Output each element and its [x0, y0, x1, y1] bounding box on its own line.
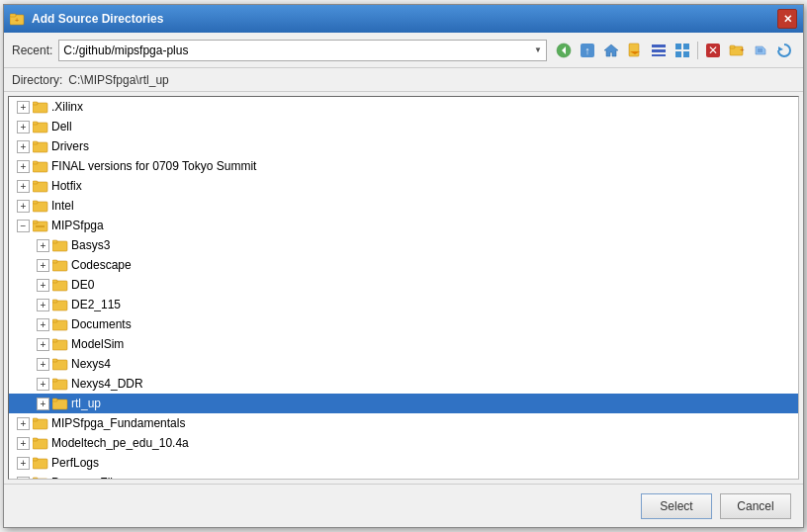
item-label-rtl_up: rtl_up	[71, 397, 101, 410]
expander-dell[interactable]: +	[17, 121, 30, 133]
svg-rect-49	[52, 319, 57, 322]
item-label-modeltech: Modeltech_pe_edu_10.4a	[51, 436, 189, 450]
home-button[interactable]	[600, 40, 622, 61]
item-label-mipsfpga: MIPSfpga	[51, 219, 104, 232]
recent-value: C:/github/mipsfpga-plus	[63, 44, 188, 57]
expander-drivers[interactable]: +	[17, 140, 30, 153]
item-label-modelsim: ModelSim	[71, 337, 124, 351]
item-label-de0: DE0	[71, 278, 94, 292]
tree-item-basys3[interactable]: + Basys3	[9, 235, 798, 255]
go-previous-button[interactable]	[553, 40, 575, 61]
expander-nexys4[interactable]: +	[37, 358, 49, 371]
tree-item-dell[interactable]: + Dell	[9, 117, 798, 136]
svg-text:✕: ✕	[708, 44, 718, 57]
recent-combo[interactable]: C:/github/mipsfpga-plus ▼	[58, 40, 547, 61]
svg-rect-32	[33, 161, 38, 164]
tree-item-documents[interactable]: + Documents	[9, 314, 798, 334]
svg-rect-30	[33, 141, 38, 144]
folder-icon-nexys4	[52, 357, 68, 371]
svg-rect-20	[730, 45, 735, 48]
expander-perflogs[interactable]: +	[17, 457, 30, 470]
item-label-mipsfpga_fundamentals: MIPSfpga_Fundamentals	[51, 416, 185, 430]
svg-rect-59	[33, 418, 38, 421]
expander-rtl_up[interactable]: +	[37, 398, 49, 410]
expander-modelsim[interactable]: +	[37, 338, 49, 351]
svg-rect-14	[683, 44, 689, 49]
svg-rect-64	[33, 479, 47, 480]
folder-icon-nexys4_ddr	[52, 377, 68, 391]
tree-item-rtl_up[interactable]: + rtl_up	[9, 394, 798, 413]
tree-item-nexys4_ddr[interactable]: + Nexys4_DDR	[9, 374, 798, 394]
folder-icon-de0	[52, 278, 68, 292]
expander-de2_115[interactable]: +	[37, 299, 49, 311]
rename-button[interactable]	[750, 40, 771, 61]
tree-item-nexys4[interactable]: + Nexys4	[9, 354, 798, 374]
svg-rect-47	[52, 300, 57, 303]
folder-icon-modelsim	[52, 337, 68, 351]
cancel-button[interactable]: Cancel	[720, 493, 791, 519]
go-up-button[interactable]: ↑	[577, 40, 598, 61]
view-icons-button[interactable]	[672, 40, 693, 61]
bookmark-button[interactable]	[624, 40, 646, 61]
tree-item-hotfix[interactable]: + Hotfix	[9, 176, 798, 196]
expander-final[interactable]: +	[17, 160, 30, 173]
expander-nexys4_ddr[interactable]: +	[37, 378, 49, 391]
dialog-icon: +	[10, 11, 26, 27]
svg-rect-12	[652, 54, 666, 56]
expander-de0[interactable]: +	[37, 279, 49, 292]
tree-item-xilinx[interactable]: + .Xilinx	[9, 97, 798, 117]
expander-hotfix[interactable]: +	[17, 180, 30, 193]
svg-rect-36	[33, 201, 38, 204]
new-folder-button[interactable]: +	[726, 40, 748, 61]
tree-item-final[interactable]: + FINAL versions for 0709 Tokyo Summit	[9, 156, 798, 176]
svg-rect-34	[33, 181, 38, 184]
refresh-button[interactable]	[773, 40, 795, 61]
folder-icon-xilinx	[33, 100, 48, 114]
select-button[interactable]: Select	[641, 493, 712, 519]
folder-icon-hotfix	[33, 179, 48, 193]
folder-icon-drivers	[33, 139, 48, 153]
item-label-nexys4: Nexys4	[71, 357, 111, 371]
svg-rect-13	[675, 44, 681, 49]
delete-button[interactable]: ✕	[702, 40, 724, 61]
tree-item-drivers[interactable]: + Drivers	[9, 136, 798, 156]
tree-item-modeltech[interactable]: + Modeltech_pe_edu_10.4a	[9, 433, 798, 453]
tree-panel[interactable]: + .Xilinx+ Dell+ Drivers+ FINAL versions…	[8, 96, 799, 480]
svg-text:+: +	[740, 45, 745, 54]
tree-item-mipsfpga_fundamentals[interactable]: + MIPSfpga_Fundamentals	[9, 413, 798, 433]
expander-documents[interactable]: +	[37, 318, 49, 331]
item-label-drivers: Drivers	[51, 139, 89, 153]
expander-mipsfpga[interactable]: −	[17, 220, 30, 232]
expander-xilinx[interactable]: +	[17, 101, 30, 114]
item-label-intel: Intel	[51, 199, 74, 213]
svg-rect-15	[675, 51, 681, 57]
svg-rect-8	[629, 44, 639, 56]
tree-item-modelsim[interactable]: + ModelSim	[9, 334, 798, 354]
tree-item-perflogs[interactable]: + PerfLogs	[9, 453, 798, 473]
tree-item-intel[interactable]: + Intel	[9, 196, 798, 216]
svg-text:↑: ↑	[584, 44, 590, 56]
view-list-button[interactable]	[648, 40, 670, 61]
expander-codescape[interactable]: +	[37, 259, 49, 272]
tree-item-mipsfpga[interactable]: − MIPSfpga	[9, 216, 798, 235]
toolbar-icons: ↑ ✕ +	[553, 40, 795, 61]
expander-modeltech[interactable]: +	[17, 437, 30, 450]
svg-rect-26	[33, 102, 38, 105]
tree-item-de2_115[interactable]: + DE2_115	[9, 295, 798, 314]
expander-mipsfpga_fundamentals[interactable]: +	[17, 417, 30, 430]
directory-row: Directory: C:\MIPSfpga\rtl_up	[4, 68, 803, 92]
tree-item-program_files[interactable]: + Program Files	[9, 473, 798, 480]
expander-intel[interactable]: +	[17, 200, 30, 213]
folder-icon-final	[33, 159, 48, 173]
item-label-program_files: Program Files	[51, 476, 126, 480]
svg-rect-51	[52, 339, 57, 342]
svg-marker-24	[778, 46, 783, 51]
tree-item-codescape[interactable]: + Codescape	[9, 255, 798, 275]
close-button[interactable]: ✕	[777, 9, 797, 29]
svg-rect-45	[52, 280, 57, 283]
expander-program_files[interactable]: +	[17, 477, 30, 481]
tree-item-de0[interactable]: + DE0	[9, 275, 798, 295]
svg-rect-61	[33, 438, 38, 441]
expander-basys3[interactable]: +	[37, 239, 49, 252]
dialog-title: Add Source Directories	[32, 12, 163, 26]
